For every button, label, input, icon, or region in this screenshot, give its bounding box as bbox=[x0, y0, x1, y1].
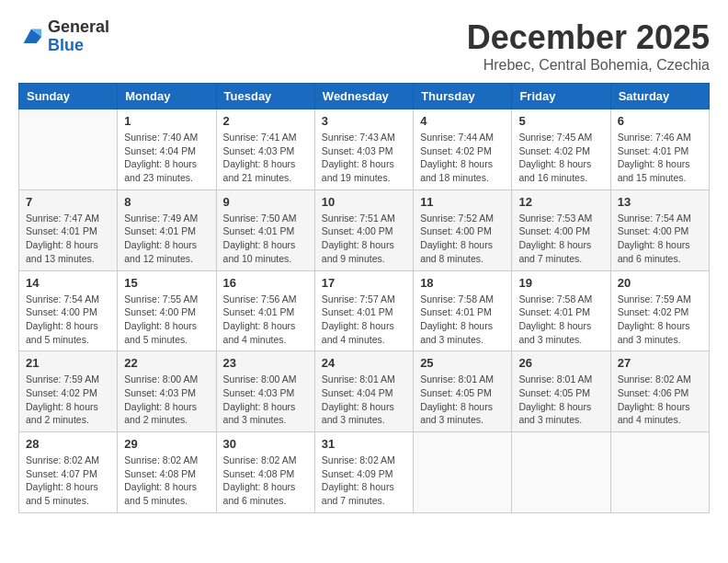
day-info: Sunrise: 8:02 AM Sunset: 4:07 PM Dayligh… bbox=[26, 454, 110, 508]
table-row: 24Sunrise: 8:01 AM Sunset: 4:04 PM Dayli… bbox=[314, 351, 413, 432]
day-info: Sunrise: 8:02 AM Sunset: 4:09 PM Dayligh… bbox=[322, 454, 406, 508]
day-info: Sunrise: 7:59 AM Sunset: 4:02 PM Dayligh… bbox=[618, 293, 702, 347]
day-info: Sunrise: 8:02 AM Sunset: 4:06 PM Dayligh… bbox=[618, 373, 702, 427]
table-row: 5Sunrise: 7:45 AM Sunset: 4:02 PM Daylig… bbox=[512, 109, 610, 190]
logo-text: General Blue bbox=[48, 18, 109, 55]
table-row: 20Sunrise: 7:59 AM Sunset: 4:02 PM Dayli… bbox=[610, 270, 709, 351]
calendar-week-row: 28Sunrise: 8:02 AM Sunset: 4:07 PM Dayli… bbox=[19, 432, 710, 513]
day-info: Sunrise: 7:46 AM Sunset: 4:01 PM Dayligh… bbox=[618, 131, 702, 185]
table-row: 16Sunrise: 7:56 AM Sunset: 4:01 PM Dayli… bbox=[216, 270, 314, 351]
col-tuesday: Tuesday bbox=[216, 84, 314, 109]
day-number: 8 bbox=[124, 195, 209, 209]
day-number: 28 bbox=[26, 437, 110, 451]
day-info: Sunrise: 7:54 AM Sunset: 4:00 PM Dayligh… bbox=[618, 212, 702, 266]
table-row: 9Sunrise: 7:50 AM Sunset: 4:01 PM Daylig… bbox=[216, 190, 314, 270]
calendar-week-row: 21Sunrise: 7:59 AM Sunset: 4:02 PM Dayli… bbox=[19, 351, 710, 432]
day-info: Sunrise: 7:58 AM Sunset: 4:01 PM Dayligh… bbox=[518, 293, 603, 347]
day-info: Sunrise: 8:02 AM Sunset: 4:08 PM Dayligh… bbox=[223, 454, 308, 508]
table-row: 30Sunrise: 8:02 AM Sunset: 4:08 PM Dayli… bbox=[216, 432, 314, 513]
day-number: 25 bbox=[420, 356, 505, 370]
calendar-table: Sunday Monday Tuesday Wednesday Thursday… bbox=[18, 83, 710, 513]
day-number: 27 bbox=[618, 356, 702, 370]
logo: General Blue bbox=[18, 18, 109, 55]
day-number: 16 bbox=[223, 276, 308, 290]
day-number: 29 bbox=[124, 437, 209, 451]
day-info: Sunrise: 8:00 AM Sunset: 4:03 PM Dayligh… bbox=[223, 373, 308, 427]
table-row bbox=[610, 432, 709, 513]
table-row: 17Sunrise: 7:57 AM Sunset: 4:01 PM Dayli… bbox=[314, 270, 413, 351]
day-info: Sunrise: 7:57 AM Sunset: 4:01 PM Dayligh… bbox=[322, 293, 406, 347]
table-row: 21Sunrise: 7:59 AM Sunset: 4:02 PM Dayli… bbox=[19, 351, 118, 432]
day-number: 6 bbox=[618, 114, 702, 128]
logo-blue: Blue bbox=[48, 37, 109, 55]
table-row: 11Sunrise: 7:52 AM Sunset: 4:00 PM Dayli… bbox=[414, 190, 512, 270]
table-row: 26Sunrise: 8:01 AM Sunset: 4:05 PM Dayli… bbox=[512, 351, 610, 432]
title-block: December 2025 Hrebec, Central Bohemia, C… bbox=[467, 18, 710, 74]
day-number: 17 bbox=[322, 276, 406, 290]
day-number: 9 bbox=[223, 195, 308, 209]
table-row: 13Sunrise: 7:54 AM Sunset: 4:00 PM Dayli… bbox=[610, 190, 709, 270]
day-info: Sunrise: 7:47 AM Sunset: 4:01 PM Dayligh… bbox=[26, 212, 110, 266]
location-subtitle: Hrebec, Central Bohemia, Czechia bbox=[467, 57, 710, 74]
day-number: 12 bbox=[518, 195, 603, 209]
day-info: Sunrise: 8:00 AM Sunset: 4:03 PM Dayligh… bbox=[124, 373, 209, 427]
calendar-week-row: 1Sunrise: 7:40 AM Sunset: 4:04 PM Daylig… bbox=[19, 109, 710, 190]
table-row bbox=[512, 432, 610, 513]
table-row: 2Sunrise: 7:41 AM Sunset: 4:03 PM Daylig… bbox=[216, 109, 314, 190]
day-info: Sunrise: 7:52 AM Sunset: 4:00 PM Dayligh… bbox=[420, 212, 505, 266]
day-info: Sunrise: 7:44 AM Sunset: 4:02 PM Dayligh… bbox=[420, 131, 505, 185]
table-row: 7Sunrise: 7:47 AM Sunset: 4:01 PM Daylig… bbox=[19, 190, 118, 270]
table-row bbox=[19, 109, 118, 190]
month-title: December 2025 bbox=[467, 18, 710, 57]
day-number: 22 bbox=[124, 356, 209, 370]
day-info: Sunrise: 7:41 AM Sunset: 4:03 PM Dayligh… bbox=[223, 131, 308, 185]
table-row: 14Sunrise: 7:54 AM Sunset: 4:00 PM Dayli… bbox=[19, 270, 118, 351]
day-info: Sunrise: 8:01 AM Sunset: 4:05 PM Dayligh… bbox=[420, 373, 505, 427]
day-info: Sunrise: 8:01 AM Sunset: 4:04 PM Dayligh… bbox=[322, 373, 406, 427]
day-number: 13 bbox=[618, 195, 702, 209]
logo-icon bbox=[18, 24, 44, 50]
table-row bbox=[414, 432, 512, 513]
table-row: 6Sunrise: 7:46 AM Sunset: 4:01 PM Daylig… bbox=[610, 109, 709, 190]
table-row: 18Sunrise: 7:58 AM Sunset: 4:01 PM Dayli… bbox=[414, 270, 512, 351]
logo-general: General bbox=[48, 18, 109, 37]
day-info: Sunrise: 7:40 AM Sunset: 4:04 PM Dayligh… bbox=[124, 131, 209, 185]
table-row: 15Sunrise: 7:55 AM Sunset: 4:00 PM Dayli… bbox=[118, 270, 216, 351]
day-info: Sunrise: 7:45 AM Sunset: 4:02 PM Dayligh… bbox=[518, 131, 603, 185]
day-number: 21 bbox=[26, 356, 110, 370]
day-info: Sunrise: 7:43 AM Sunset: 4:03 PM Dayligh… bbox=[322, 131, 406, 185]
table-row: 1Sunrise: 7:40 AM Sunset: 4:04 PM Daylig… bbox=[118, 109, 216, 190]
table-row: 3Sunrise: 7:43 AM Sunset: 4:03 PM Daylig… bbox=[314, 109, 413, 190]
table-row: 31Sunrise: 8:02 AM Sunset: 4:09 PM Dayli… bbox=[314, 432, 413, 513]
table-row: 4Sunrise: 7:44 AM Sunset: 4:02 PM Daylig… bbox=[414, 109, 512, 190]
day-number: 4 bbox=[420, 114, 505, 128]
day-info: Sunrise: 7:59 AM Sunset: 4:02 PM Dayligh… bbox=[26, 373, 110, 427]
col-thursday: Thursday bbox=[414, 84, 512, 109]
day-info: Sunrise: 7:58 AM Sunset: 4:01 PM Dayligh… bbox=[420, 293, 505, 347]
day-number: 1 bbox=[124, 114, 209, 128]
day-number: 2 bbox=[223, 114, 308, 128]
day-info: Sunrise: 7:53 AM Sunset: 4:00 PM Dayligh… bbox=[518, 212, 603, 266]
table-row: 12Sunrise: 7:53 AM Sunset: 4:00 PM Dayli… bbox=[512, 190, 610, 270]
day-number: 23 bbox=[223, 356, 308, 370]
col-monday: Monday bbox=[118, 84, 216, 109]
calendar-week-row: 7Sunrise: 7:47 AM Sunset: 4:01 PM Daylig… bbox=[19, 190, 710, 270]
table-row: 10Sunrise: 7:51 AM Sunset: 4:00 PM Dayli… bbox=[314, 190, 413, 270]
day-info: Sunrise: 8:01 AM Sunset: 4:05 PM Dayligh… bbox=[518, 373, 603, 427]
day-number: 11 bbox=[420, 195, 505, 209]
day-info: Sunrise: 7:56 AM Sunset: 4:01 PM Dayligh… bbox=[223, 293, 308, 347]
table-row: 25Sunrise: 8:01 AM Sunset: 4:05 PM Dayli… bbox=[414, 351, 512, 432]
day-number: 31 bbox=[322, 437, 406, 451]
col-friday: Friday bbox=[512, 84, 610, 109]
day-number: 15 bbox=[124, 276, 209, 290]
day-info: Sunrise: 7:50 AM Sunset: 4:01 PM Dayligh… bbox=[223, 212, 308, 266]
table-row: 22Sunrise: 8:00 AM Sunset: 4:03 PM Dayli… bbox=[118, 351, 216, 432]
day-info: Sunrise: 7:55 AM Sunset: 4:00 PM Dayligh… bbox=[124, 293, 209, 347]
day-number: 14 bbox=[26, 276, 110, 290]
day-number: 3 bbox=[322, 114, 406, 128]
table-row: 28Sunrise: 8:02 AM Sunset: 4:07 PM Dayli… bbox=[19, 432, 118, 513]
day-number: 18 bbox=[420, 276, 505, 290]
calendar-week-row: 14Sunrise: 7:54 AM Sunset: 4:00 PM Dayli… bbox=[19, 270, 710, 351]
table-row: 19Sunrise: 7:58 AM Sunset: 4:01 PM Dayli… bbox=[512, 270, 610, 351]
table-row: 29Sunrise: 8:02 AM Sunset: 4:08 PM Dayli… bbox=[118, 432, 216, 513]
